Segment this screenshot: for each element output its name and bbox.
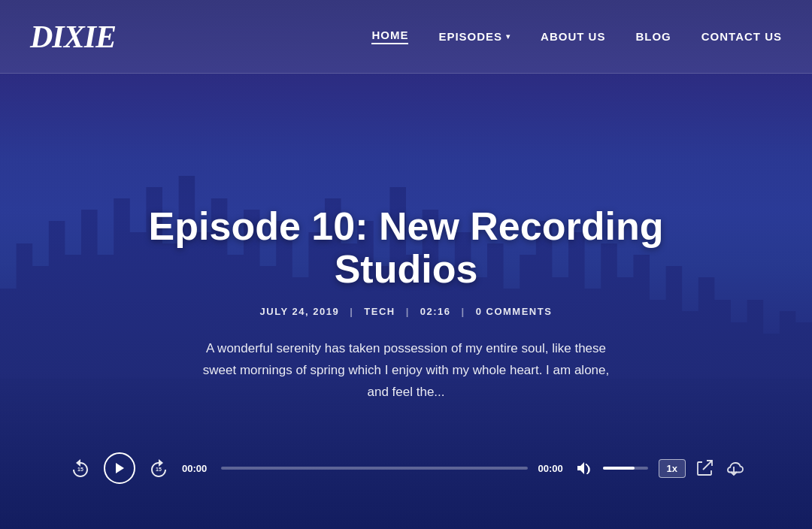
- episode-comments: 0 COMMENTS: [476, 306, 553, 317]
- meta-separator-3: |: [462, 306, 465, 317]
- episode-category: TECH: [364, 306, 395, 317]
- svg-text:15: 15: [77, 467, 83, 472]
- episode-date: JULY 24, 2019: [260, 306, 340, 317]
- hero-section: Dixie HOME EPISODES ▾ ABOUT US BLOG CONT…: [0, 0, 812, 529]
- volume-fill: [603, 467, 635, 470]
- episode-duration: 02:16: [420, 306, 451, 317]
- volume-icon: [577, 462, 592, 474]
- episode-title: Episode 10: New Recording Studios: [143, 205, 669, 291]
- download-button[interactable]: [723, 459, 744, 477]
- site-header: Dixie HOME EPISODES ▾ ABOUT US BLOG CONT…: [0, 0, 812, 74]
- episode-meta: JULY 24, 2019 | TECH | 02:16 | 0 COMMENT…: [143, 306, 669, 317]
- audio-player: 15 15 00:00 00:00: [68, 452, 744, 484]
- nav-item-home[interactable]: HOME: [371, 29, 408, 44]
- nav-item-about[interactable]: ABOUT US: [541, 30, 605, 43]
- play-button[interactable]: [104, 452, 135, 484]
- speed-button[interactable]: 1x: [659, 459, 686, 478]
- share-button[interactable]: [696, 460, 713, 476]
- svg-marker-1: [116, 463, 124, 473]
- svg-text:15: 15: [156, 467, 162, 472]
- main-nav: HOME EPISODES ▾ ABOUT US BLOG CONTACT US: [371, 29, 782, 44]
- dropdown-arrow-icon: ▾: [506, 32, 511, 41]
- volume-bar[interactable]: [603, 467, 648, 470]
- nav-item-blog[interactable]: BLOG: [635, 30, 671, 43]
- nav-item-episodes[interactable]: EPISODES ▾: [438, 30, 511, 43]
- meta-separator-1: |: [350, 306, 353, 317]
- hero-content: Episode 10: New Recording Studios JULY 2…: [143, 205, 669, 404]
- total-time: 00:00: [538, 463, 567, 474]
- progress-bar[interactable]: [221, 467, 528, 470]
- forward-button[interactable]: 15: [146, 455, 171, 481]
- site-logo[interactable]: Dixie: [30, 19, 116, 55]
- episode-excerpt: A wonderful serenity has taken possessio…: [195, 338, 617, 404]
- current-time: 00:00: [182, 463, 211, 474]
- nav-item-contact[interactable]: CONTACT US: [701, 30, 782, 43]
- meta-separator-2: |: [406, 306, 410, 317]
- rewind-button[interactable]: 15: [68, 455, 93, 481]
- svg-marker-3: [577, 462, 584, 474]
- svg-line-4: [703, 461, 712, 470]
